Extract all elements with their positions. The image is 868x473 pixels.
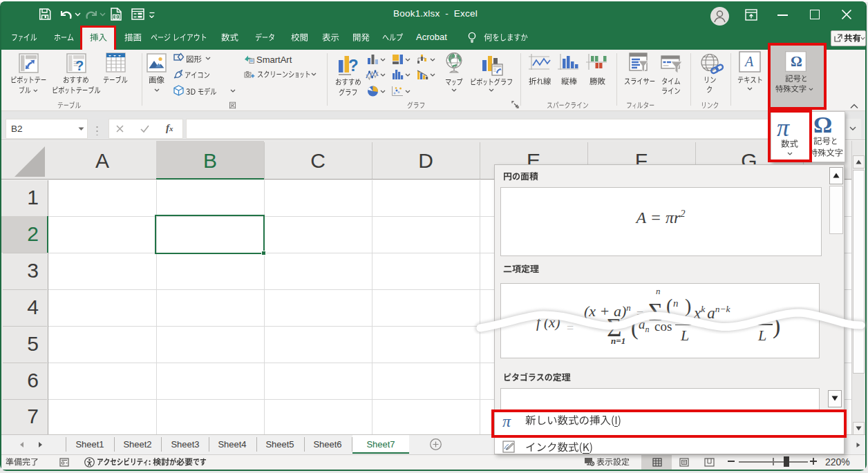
svg-text:A: A [744, 54, 754, 69]
svg-text:?: ? [348, 56, 359, 75]
svg-text:?: ? [75, 58, 84, 73]
